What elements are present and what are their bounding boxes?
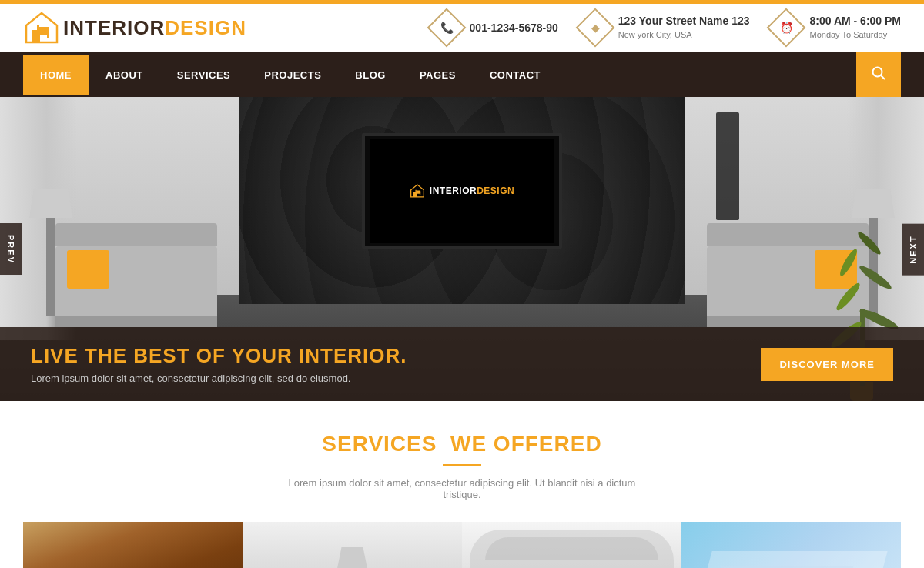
nav-link-pages[interactable]: PAGES (403, 55, 473, 95)
contact-info: 📞 001-1234-5678-90 ◆ 123 Your Street Nam… (433, 14, 901, 42)
hero-subtext: Lorem ipsum dolor sit amet, consectetur … (31, 373, 407, 384)
contact-phone: 📞 001-1234-5678-90 (433, 14, 558, 42)
plant-leaf-e (838, 247, 860, 278)
nav-link-contact[interactable]: CONTACT (473, 55, 557, 95)
services-description: Lorem ipsum dolor sit amet, consectetur … (270, 477, 654, 500)
services-title: SERVICES WE OFFERED (23, 432, 901, 456)
nav-link-about[interactable]: ABOUT (89, 55, 160, 95)
hero-tv: INTERIORDESIGN (362, 133, 562, 249)
nav-list: HOME ABOUT SERVICES PROJECTS BLOG PAGES … (23, 55, 856, 95)
contact-address: ◆ 123 Your Street Name 123 New york City… (581, 14, 750, 42)
nav-item-home[interactable]: HOME (23, 55, 89, 95)
contact-hours: ⏰ 8:00 AM - 6:00 PM Monday To Saturday (772, 14, 901, 42)
discover-more-button[interactable]: DISCOVER MORE (761, 348, 893, 381)
services-divider (443, 464, 481, 466)
svg-rect-12 (420, 192, 420, 195)
sofa-left (55, 246, 217, 316)
service-item-4[interactable] (681, 522, 901, 568)
phone-text: 001-1234-5678-90 (470, 22, 558, 34)
nav-item-about[interactable]: ABOUT (89, 55, 160, 95)
services-title-black: SERVICES (322, 432, 437, 456)
services-grid (23, 522, 901, 568)
hero-headline: LIVE THE BEST OF YOUR INTERIOR. (31, 344, 407, 368)
svg-rect-13 (415, 190, 416, 193)
service-item-2[interactable] (243, 522, 462, 568)
nav-item-contact[interactable]: CONTACT (473, 55, 557, 95)
tv-logo-icon (410, 184, 425, 198)
nav-link-home[interactable]: HOME (23, 55, 89, 95)
sofa-left-base (55, 316, 217, 327)
hero-text-block: LIVE THE BEST OF YOUR INTERIOR. Lorem ip… (31, 344, 407, 384)
search-button[interactable] (856, 52, 901, 97)
svg-line-7 (881, 75, 885, 79)
plant-leaf-f (855, 229, 882, 256)
hero-scene: INTERIORDESIGN (0, 97, 924, 401)
clock-icon: ⏰ (767, 8, 806, 48)
tv-logo-text: INTERIORDESIGN (430, 185, 514, 196)
logo[interactable]: INTERIORDESIGN (23, 12, 246, 44)
nav-item-projects[interactable]: PROJECTS (247, 55, 338, 95)
hero-section: INTERIORDESIGN (0, 97, 924, 401)
plant-leaf-c (834, 281, 862, 313)
services-section: SERVICES WE OFFERED Lorem ipsum dolor si… (0, 401, 924, 568)
lamp-shade-left (29, 189, 72, 218)
tv-screen: INTERIORDESIGN (370, 139, 554, 243)
sofa-left-back (55, 223, 217, 246)
nav-item-blog[interactable]: BLOG (338, 55, 403, 95)
next-button[interactable]: NEXT (902, 223, 924, 275)
service-item-3[interactable] (462, 522, 681, 568)
prev-button[interactable]: PREV (0, 223, 22, 276)
header: INTERIORDESIGN 📞 001-1234-5678-90 ◆ 123 … (0, 4, 924, 52)
svg-rect-4 (47, 32, 49, 38)
nav-link-services[interactable]: SERVICES (160, 55, 248, 95)
nav-link-blog[interactable]: BLOG (338, 55, 403, 95)
logo-icon (23, 12, 60, 44)
wall-art (716, 112, 739, 220)
hours-text: 8:00 AM - 6:00 PM Monday To Saturday (809, 15, 901, 41)
nav-link-projects[interactable]: PROJECTS (247, 55, 338, 95)
svg-rect-5 (37, 25, 39, 33)
services-title-gold: WE OFFERED (450, 432, 602, 456)
nav-item-pages[interactable]: PAGES (403, 55, 473, 95)
location-icon: ◆ (575, 8, 614, 48)
service-item-1[interactable] (23, 522, 243, 568)
nav-item-services[interactable]: SERVICES (160, 55, 248, 95)
logo-text: INTERIORDESIGN (63, 16, 246, 40)
lamp-left (46, 216, 55, 316)
plant-leaf-d (857, 263, 893, 292)
address-text: 123 Your Street Name 123 New york City, … (618, 15, 750, 41)
hero-overlay: LIVE THE BEST OF YOUR INTERIOR. Lorem ip… (0, 327, 924, 401)
pillow-left-1 (67, 250, 109, 289)
svg-point-6 (873, 68, 882, 77)
main-nav: HOME ABOUT SERVICES PROJECTS BLOG PAGES … (0, 52, 924, 97)
phone-icon: 📞 (427, 8, 466, 48)
search-icon (872, 66, 886, 80)
